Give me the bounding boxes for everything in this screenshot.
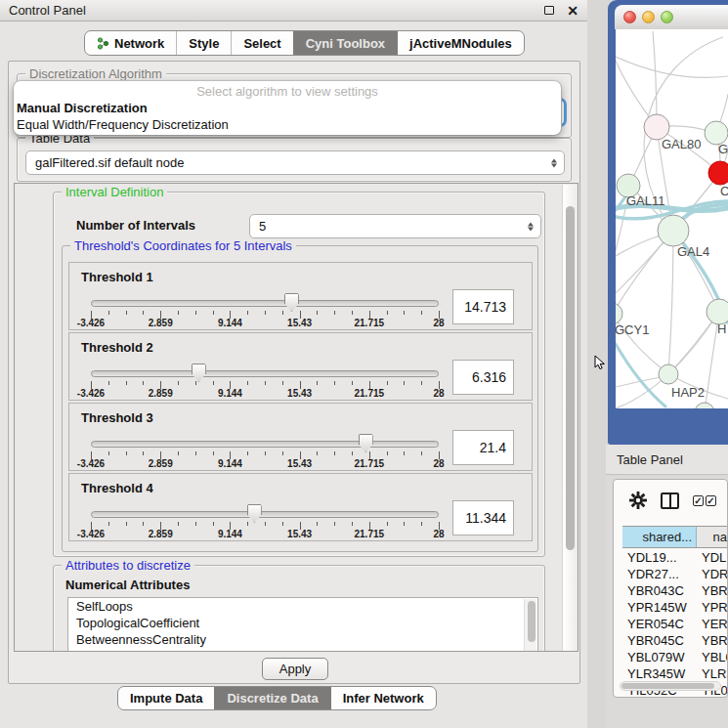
threshold-slider-track[interactable] [91, 441, 439, 448]
network-node-node[interactable] [695, 403, 714, 408]
threshold-slider-thumb[interactable] [284, 293, 299, 312]
threshold-slider-track[interactable] [91, 300, 439, 307]
table-cell: YPR1 [697, 600, 727, 615]
zoom-button[interactable] [661, 11, 673, 23]
threshold-slider-track[interactable] [91, 511, 439, 518]
network-node-gcy1[interactable] [616, 303, 622, 324]
slider-scale-label: -3.426 [62, 529, 120, 539]
checkbox-icon[interactable]: ✓ [706, 495, 716, 506]
threshold-slider-thumb[interactable] [192, 364, 206, 382]
threshold-slider-thumb[interactable] [247, 504, 262, 523]
table-row[interactable]: YBR043CYBR0 [622, 582, 727, 599]
threshold-value-field[interactable]: 11.344 [452, 500, 514, 535]
table-row[interactable]: YPR145WYPR1 [622, 599, 727, 616]
tab-cyni-toolbox[interactable]: Cyni Toolbox [293, 31, 397, 55]
table-row[interactable]: YBL079WYBL0 [622, 649, 727, 665]
slider-scale-label: 2.859 [131, 458, 190, 469]
scrollbar-thumb[interactable] [566, 206, 575, 550]
attribute-item-betweennesscentrality[interactable]: BetweennessCentrality [68, 631, 537, 648]
table-cell: YBR043C [622, 583, 697, 598]
table-row[interactable]: YDR27...YDR2 [622, 566, 727, 582]
network-node-hap2[interactable] [659, 364, 678, 384]
network-edge [616, 235, 670, 293]
slider-scale-label: 21.715 [340, 529, 399, 539]
column-header-na[interactable]: na [697, 527, 727, 547]
threshold-panel-3: Threshold 3-3.4262.8599.14415.4321.71528… [68, 403, 533, 471]
table-cell: YBR045C [622, 633, 697, 648]
desktop: Control Panel ✕ NetworkStyleSelectCyni T… [0, 0, 728, 728]
scrollbar-thumb[interactable] [621, 683, 714, 689]
node-label-hap2: HAP2 [671, 385, 705, 400]
tab-discretize-data[interactable]: Discretize Data [214, 687, 329, 709]
slider-scale-label: 21.715 [340, 388, 399, 399]
columns-icon[interactable] [661, 492, 679, 509]
table-row[interactable]: YER054CYER0 [622, 616, 727, 632]
checkbox-icon[interactable]: ✓ [693, 495, 704, 506]
table-toolbar: ✓ ✓ [614, 486, 727, 515]
network-canvas[interactable]: GAL80GACGAL11GAL4GCY1HHAP2 [616, 29, 728, 408]
tab-label: Select [243, 36, 280, 51]
tab-infer-network[interactable]: Infer Network [330, 687, 436, 709]
slider-scale-label: 15.43 [271, 388, 329, 399]
table-row[interactable]: YBR045CYBR0 [622, 632, 727, 649]
interval-definition-label: Interval Definition [62, 185, 167, 199]
slider-scale-label: 15.43 [271, 318, 329, 328]
tab-label: Cyni Toolbox [306, 36, 385, 51]
network-edge [616, 57, 728, 77]
threshold-slider-thumb[interactable] [359, 434, 373, 452]
threshold-title: Threshold 4 [81, 481, 153, 495]
slider-scale-label: 2.859 [131, 529, 190, 539]
numerical-attributes-list: SelfLoopsTopologicalCoefficientBetweenne… [67, 597, 538, 652]
tab-label: Discretize Data [227, 691, 318, 706]
float-icon[interactable] [544, 6, 554, 15]
table-data-combobox[interactable]: galFiltered.sif default node [25, 150, 565, 175]
settings-vertical-scrollbar[interactable] [562, 185, 577, 652]
gear-icon[interactable] [629, 492, 647, 509]
close-button[interactable] [623, 11, 636, 23]
settings-scrollpane: Interval Definition Number of Intervals … [14, 183, 578, 652]
threshold-value-field[interactable]: 6.316 [452, 360, 514, 395]
apply-button[interactable]: Apply [262, 658, 328, 680]
algorithm-option-manual-discretization[interactable]: Manual Discretization [14, 100, 561, 116]
threshold-coordinates-label: Threshold's Coordinates for 5 Intervals [70, 238, 296, 253]
close-icon[interactable]: ✕ [567, 4, 578, 18]
network-window-titlebar [615, 5, 728, 29]
threshold-value-field[interactable]: 21.4 [452, 430, 514, 465]
number-of-intervals-combobox[interactable]: 5 [249, 214, 541, 238]
network-node-gal4[interactable] [658, 215, 689, 246]
tab-network[interactable]: Network [85, 31, 176, 55]
algorithm-dropdown-popup: Select algorithm to view settings Manual… [14, 81, 561, 135]
tab-jactivemnodules[interactable]: jActiveMNodules [397, 31, 524, 55]
attribute-item-topologicalcoefficient[interactable]: TopologicalCoefficient [68, 615, 537, 631]
network-view-window: GAL80GACGAL11GAL4GCY1HHAP2 [608, 0, 728, 445]
node-label-gal11: GAL11 [626, 193, 665, 208]
tab-label: Network [114, 36, 164, 51]
tab-select[interactable]: Select [231, 31, 292, 55]
tab-label: Infer Network [343, 691, 424, 706]
slider-scale-label: -3.426 [62, 318, 120, 328]
control-panel-titlebar: Control Panel ✕ [0, 0, 587, 21]
table-panel-title: Table Panel [617, 452, 683, 467]
table-panel-titlebar: Table Panel [606, 445, 728, 475]
numerical-attributes-label: Numerical Attributes [65, 578, 190, 592]
table-cell: YBL0 [697, 650, 727, 664]
minimize-button[interactable] [642, 11, 655, 23]
algorithm-option-equal-width-frequency-discretization[interactable]: Equal Width/Frequency Discretization [14, 116, 561, 133]
tab-style[interactable]: Style [176, 31, 231, 55]
slider-scale-label: 9.144 [200, 388, 259, 399]
threshold-slider-track[interactable] [91, 370, 439, 377]
tab-impute-data[interactable]: Impute Data [118, 687, 214, 709]
table-horizontal-scrollbar[interactable] [620, 681, 721, 691]
attribute-list-scrollbar[interactable] [524, 599, 536, 652]
table-row[interactable]: YLR345WYLR3 [622, 665, 727, 682]
discretization-algorithm-label: Discretization Algorithm [25, 66, 166, 81]
column-header-shared[interactable]: shared... [622, 527, 697, 547]
table-cell: YER0 [697, 617, 727, 631]
attribute-item-selfloops[interactable]: SelfLoops [68, 598, 537, 615]
network-edge [668, 231, 673, 373]
stepper-arrows-icon [551, 158, 557, 167]
table-row[interactable]: YDL19...YDL1 [622, 549, 727, 566]
table-cell: YDR2 [697, 567, 727, 581]
threshold-value-field[interactable]: 14.713 [452, 289, 514, 324]
network-node-c[interactable] [708, 161, 728, 185]
